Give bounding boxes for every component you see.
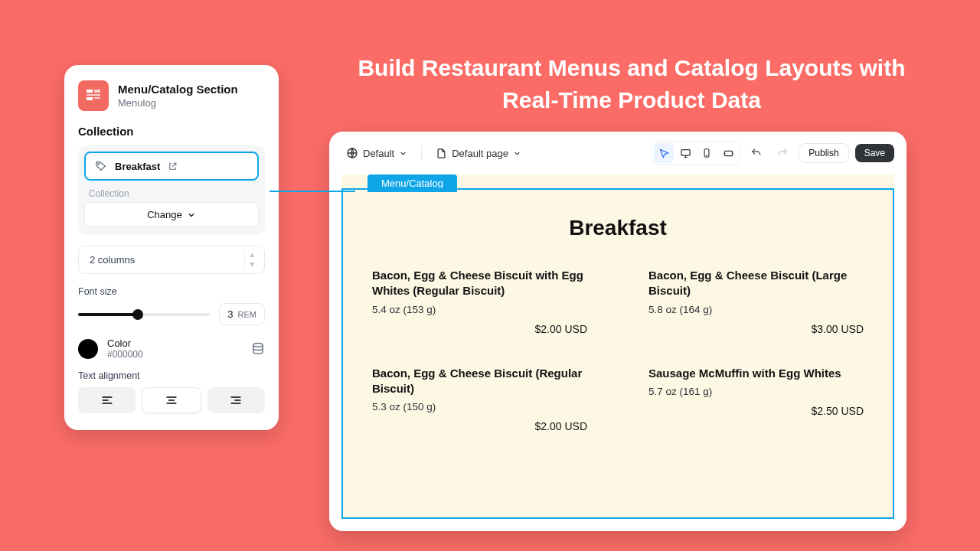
chevron-down-icon xyxy=(187,210,196,220)
align-center-button[interactable] xyxy=(142,387,201,413)
svg-point-19 xyxy=(707,155,707,156)
svg-rect-1 xyxy=(94,90,100,93)
menu-item: Bacon, Egg & Cheese Biscuit (Regular Bis… xyxy=(372,366,587,433)
svg-rect-2 xyxy=(87,94,100,96)
svg-rect-17 xyxy=(681,149,690,155)
svg-rect-20 xyxy=(724,151,732,155)
svg-rect-0 xyxy=(87,90,93,93)
chevron-down-icon xyxy=(513,149,521,158)
tag-icon xyxy=(95,160,107,172)
color-label: Color xyxy=(107,337,242,349)
font-size-slider[interactable] xyxy=(78,313,210,316)
svg-point-6 xyxy=(253,343,263,347)
item-price: $2.00 USD xyxy=(372,323,587,335)
device-fullwidth-button[interactable] xyxy=(718,143,738,163)
svg-rect-3 xyxy=(87,97,93,100)
item-name: Sausage McMuffin with Egg Whites xyxy=(648,366,864,381)
page-dropdown[interactable]: Default page xyxy=(431,145,526,162)
font-size-input[interactable]: 3 REM xyxy=(219,303,265,325)
collection-chip-label: Breakfast xyxy=(115,161,160,172)
theme-icon xyxy=(346,147,358,159)
svg-rect-4 xyxy=(94,97,100,99)
columns-value: 2 columns xyxy=(90,254,135,266)
collection-subtle-label: Collection xyxy=(84,181,259,202)
device-mobile-button[interactable] xyxy=(697,143,717,163)
font-size-value: 3 xyxy=(227,308,233,320)
connector-line xyxy=(270,191,355,192)
change-button-label: Change xyxy=(147,209,182,220)
collection-group: Breakfast Collection Change xyxy=(78,145,265,235)
item-name: Bacon, Egg & Cheese Biscuit (Regular Bis… xyxy=(372,366,587,397)
item-name: Bacon, Egg & Cheese Biscuit (Large Biscu… xyxy=(648,268,864,299)
align-right-button[interactable] xyxy=(207,387,265,413)
align-center-icon xyxy=(165,396,178,405)
item-price: $2.50 USD xyxy=(648,405,864,417)
settings-panel: Menu/Catalog Section Menulog Collection … xyxy=(64,65,279,430)
theme-label: Default xyxy=(363,148,394,159)
toolbar: Default Default page xyxy=(329,132,906,174)
align-right-icon xyxy=(230,396,242,405)
item-price: $2.00 USD xyxy=(372,420,587,432)
menu-section: Breakfast Bacon, Egg & Cheese Biscuit wi… xyxy=(341,188,894,519)
page-label: Default page xyxy=(452,148,508,159)
menu-grid: Bacon, Egg & Cheese Biscuit with Egg Whi… xyxy=(372,268,864,432)
item-name: Bacon, Egg & Cheese Biscuit with Egg Whi… xyxy=(372,268,587,299)
cursor-icon xyxy=(658,148,670,159)
item-price: $3.00 USD xyxy=(648,323,864,335)
device-group xyxy=(652,141,740,165)
undo-icon xyxy=(750,147,763,159)
publish-button[interactable]: Publish xyxy=(799,143,848,163)
preview-panel: Default Default page xyxy=(329,132,906,531)
item-weight: 5.4 oz (153 g) xyxy=(372,304,587,315)
color-value: #000000 xyxy=(107,349,242,360)
save-button[interactable]: Save xyxy=(855,144,894,162)
item-weight: 5.8 oz (164 g) xyxy=(648,304,864,315)
settings-title: Menu/Catalog Section xyxy=(118,83,238,96)
color-swatch[interactable] xyxy=(78,339,98,359)
page-icon xyxy=(436,148,447,159)
menu-item: Bacon, Egg & Cheese Biscuit (Large Biscu… xyxy=(648,268,864,335)
theme-dropdown[interactable]: Default xyxy=(341,144,412,162)
text-alignment-label: Text alignment xyxy=(78,370,265,381)
redo-button[interactable] xyxy=(773,143,792,163)
align-left-icon xyxy=(101,396,113,405)
svg-point-5 xyxy=(98,164,100,165)
menu-heading: Breakfast xyxy=(372,216,864,240)
fullwidth-icon xyxy=(723,148,734,159)
preview-canvas[interactable]: Menu/Catalog Breakfast Bacon, Egg & Chee… xyxy=(341,174,894,519)
settings-subtitle: Menulog xyxy=(118,97,238,109)
desktop-icon xyxy=(680,148,691,159)
columns-select[interactable]: 2 columns ▲▼ xyxy=(78,246,265,274)
stepper-icon: ▲▼ xyxy=(244,250,260,270)
item-weight: 5.3 oz (150 g) xyxy=(372,401,587,412)
redo-icon xyxy=(776,147,789,159)
collection-section-label: Collection xyxy=(78,125,265,138)
device-desktop-button[interactable] xyxy=(675,143,695,163)
change-button[interactable]: Change xyxy=(84,202,259,227)
slider-thumb[interactable] xyxy=(132,309,143,320)
database-icon[interactable] xyxy=(251,342,265,356)
app-icon xyxy=(78,80,109,111)
hero-title: Build Restaurant Menus and Catalog Layou… xyxy=(329,52,934,116)
settings-header: Menu/Catalog Section Menulog xyxy=(78,80,265,111)
mobile-icon xyxy=(701,148,712,158)
external-link-icon xyxy=(168,161,178,171)
chevron-down-icon xyxy=(399,149,407,158)
device-inspector-button[interactable] xyxy=(654,143,674,163)
item-weight: 5.7 oz (161 g) xyxy=(648,386,864,397)
align-left-button[interactable] xyxy=(78,387,136,413)
collection-chip[interactable]: Breakfast xyxy=(84,152,259,181)
menu-item: Bacon, Egg & Cheese Biscuit with Egg Whi… xyxy=(372,268,587,335)
menu-item: Sausage McMuffin with Egg Whites 5.7 oz … xyxy=(648,366,864,433)
toolbar-separator xyxy=(421,146,422,160)
undo-button[interactable] xyxy=(746,143,766,163)
font-size-label: Font size xyxy=(78,286,265,297)
font-size-unit: REM xyxy=(238,310,256,319)
